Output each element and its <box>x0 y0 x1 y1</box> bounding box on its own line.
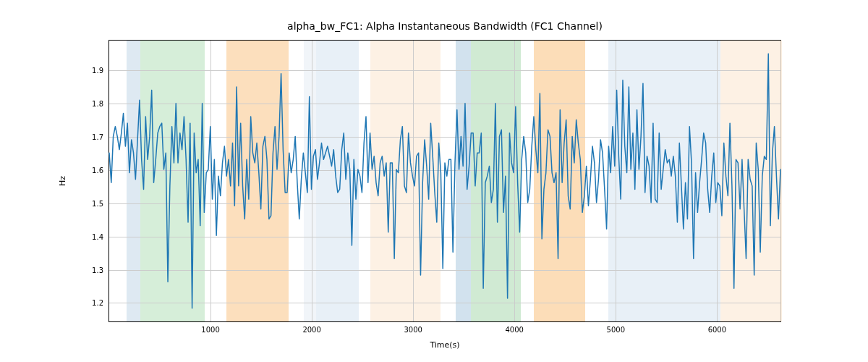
chart-title: alpha_bw_FC1: Alpha Instantaneous Bandwi… <box>109 20 781 32</box>
y-tick-label: 1.5 <box>92 199 109 207</box>
x-tick-label: 4000 <box>506 321 524 334</box>
x-tick-label: 1000 <box>201 321 219 334</box>
y-tick-label: 1.7 <box>92 133 109 141</box>
plot-area <box>109 41 780 321</box>
x-tick-label: 6000 <box>708 321 726 334</box>
y-tick-label: 1.4 <box>92 232 109 240</box>
line-series <box>109 41 780 321</box>
series-line <box>109 54 780 308</box>
figure: alpha_bw_FC1: Alpha Instantaneous Bandwi… <box>0 0 868 362</box>
y-axis-label: Hz <box>58 40 72 322</box>
x-tick-label: 3000 <box>404 321 422 334</box>
x-axis-label: Time(s) <box>109 340 781 350</box>
y-tick-label: 1.2 <box>92 299 109 307</box>
y-tick-label: 1.3 <box>92 266 109 274</box>
x-tick-label: 2000 <box>302 321 320 334</box>
y-tick-label: 1.9 <box>92 67 109 75</box>
y-tick-label: 1.6 <box>92 166 109 174</box>
y-tick-label: 1.8 <box>92 100 109 108</box>
plot-axes: 1000200030004000500060001.21.31.41.51.61… <box>109 40 781 322</box>
x-tick-label: 5000 <box>607 321 625 334</box>
